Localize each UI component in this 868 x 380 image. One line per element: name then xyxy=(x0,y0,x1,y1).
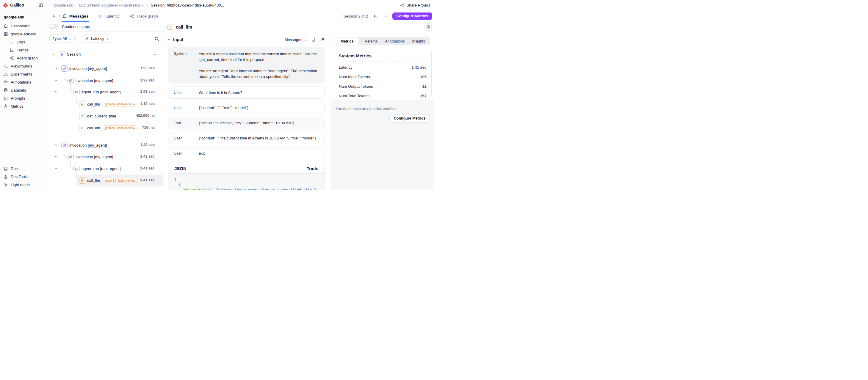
sidebar-item-playgrounds[interactable]: Playgrounds xyxy=(0,62,46,70)
chevron-down-icon[interactable] xyxy=(167,38,171,41)
llm-icon xyxy=(79,125,85,131)
sidebar-item-dashboard[interactable]: Dashboard xyxy=(0,22,46,30)
configure-metrics-secondary-button[interactable]: Configure Metrics xyxy=(390,114,430,123)
sidebar-item-log-stream[interactable]: google-adk-log... xyxy=(0,30,46,38)
tab-latency[interactable]: Latency xyxy=(98,10,119,22)
session-pager: Session 2 of 2 xyxy=(343,14,368,19)
tree-row-label: invocation [my_agent] xyxy=(75,155,113,159)
sidebar: Galileo google-adk Dashboard google-adk-… xyxy=(0,0,46,190)
chevron-down-icon[interactable] xyxy=(55,79,58,82)
duration: 1.19 sec xyxy=(140,102,155,106)
condense-steps-label: Condense steps xyxy=(62,24,90,29)
condense-steps-toggle[interactable] xyxy=(50,24,59,29)
breadcrumb-project[interactable]: google-adk xyxy=(54,3,72,7)
sidebar-item-label: Metrics xyxy=(11,104,23,108)
chevron-down-icon[interactable] xyxy=(55,167,58,170)
input-section-title: Input xyxy=(173,37,183,42)
invocation-icon xyxy=(67,77,74,84)
json-title: JSON xyxy=(174,166,187,171)
sidebar-item-light-mode[interactable]: Light mode xyxy=(0,181,46,189)
compass-icon xyxy=(4,104,8,108)
json-corner-label: Tools xyxy=(307,166,318,171)
tab-trace-graph[interactable]: Trace graph xyxy=(130,10,158,22)
back-arrow-icon[interactable] xyxy=(52,14,57,19)
tab-insights[interactable]: Insights xyxy=(407,37,430,45)
sidebar-item-label: Dashboard xyxy=(11,24,30,28)
link-icon[interactable] xyxy=(320,37,324,42)
tab-messages-label: Messages xyxy=(69,14,89,19)
sidebar-item-trends[interactable]: Trends xyxy=(0,46,46,54)
sidebar-header: Galileo xyxy=(0,0,46,10)
sidebar-item-annotations[interactable]: Annotations xyxy=(0,78,46,86)
tab-metrics[interactable]: Metrics xyxy=(335,37,359,45)
metric-value: 185 xyxy=(420,75,427,79)
view-selector-dropdown[interactable]: Messages xyxy=(285,37,307,42)
chevron-down-icon[interactable] xyxy=(52,53,55,56)
agent-run-icon xyxy=(73,166,80,172)
sidebar-item-agent-graph[interactable]: Agent graph xyxy=(0,54,46,62)
detail-title: call_llm xyxy=(176,24,192,29)
tree-row-invocation[interactable]: invocation [my_agent] 1.92 sec xyxy=(46,75,164,86)
tree-row-agent-run[interactable]: agent_run [root_agent] 1.91 sec xyxy=(46,87,164,97)
next-session-arrow-icon[interactable] xyxy=(383,14,388,19)
sort-filter-dropdown[interactable]: Latency xyxy=(82,34,112,43)
configure-metrics-button[interactable]: Configure Metrics xyxy=(392,12,432,20)
tree-row-invocation[interactable]: invocation [my_agent] 1.42 sec xyxy=(46,140,164,150)
share-project-label: Share Project xyxy=(406,3,430,7)
tab-annotations[interactable]: Annotations xyxy=(383,37,407,45)
tree-row-call-llm[interactable]: call_llm gemini-3-flash-preview 716 ms xyxy=(46,123,164,133)
sidebar-item-docs[interactable]: Docs xyxy=(0,165,46,173)
divider xyxy=(46,31,164,32)
tree-row-call-llm[interactable]: call_llm gemini-3-flash-preview 1.19 sec xyxy=(46,99,164,109)
sidebar-collapse-icon[interactable] xyxy=(39,3,43,7)
metrics-panel-tabs: Metrics Params Annotations Insights xyxy=(335,37,430,45)
json-code: [ { "description": "Returns the current … xyxy=(168,173,324,190)
llm-icon xyxy=(167,24,173,30)
message-role: System xyxy=(174,51,199,56)
tab-params[interactable]: Params xyxy=(359,37,383,45)
tree-row-session[interactable]: Session xyxy=(46,49,164,59)
model-badge: gemini-3-flash-preview xyxy=(103,102,137,106)
share-project-button[interactable]: Share Project xyxy=(400,3,430,7)
search-icon[interactable] xyxy=(154,36,159,41)
json-tools-card: JSON Tools [ { "description": "Returns t… xyxy=(168,163,324,190)
session-collapse-dash xyxy=(153,54,157,55)
sidebar-item-dev-tools[interactable]: Dev Tools xyxy=(0,173,46,181)
input-section-header: Input Messages xyxy=(164,32,331,47)
type-filter-label: Type: All xyxy=(53,37,67,41)
message-tool: Tool {"status": "success", "city": "Athe… xyxy=(168,117,324,129)
tree-row-invocation[interactable]: invocation [my_agent] 1.42 sec xyxy=(46,152,164,162)
tree-row-call-llm-selected[interactable]: call_llm gemini-3-flash-preview 1.41 sec xyxy=(46,176,164,186)
sidebar-item-datasets[interactable]: Datasets xyxy=(0,86,46,94)
sidebar-item-metrics[interactable]: Metrics xyxy=(0,102,46,110)
message-content: {"content": "", "role": "model"} xyxy=(199,105,248,110)
type-filter-dropdown[interactable]: Type: All xyxy=(50,34,75,43)
chevron-down-icon[interactable] xyxy=(55,144,58,147)
tree-row-agent-run[interactable]: agent_run [root_agent] 1.41 sec xyxy=(46,163,164,173)
slash-separator: / xyxy=(59,14,60,19)
terminal-icon xyxy=(4,64,8,68)
bar-chart-icon xyxy=(9,48,14,52)
sidebar-item-prompts[interactable]: Prompts xyxy=(0,94,46,102)
tab-messages[interactable]: Messages xyxy=(62,10,89,22)
trace-tree-panel: Condense steps Type: All Latency Session… xyxy=(46,22,164,190)
duration: 1.91 sec xyxy=(140,90,155,94)
panel-right-collapse-icon[interactable] xyxy=(425,24,432,31)
metric-label: Latency xyxy=(339,65,352,70)
system-metrics-card: System Metrics Latency 1.41 sec Num Inpu… xyxy=(334,49,432,98)
previous-session-arrow-icon[interactable] xyxy=(373,14,378,19)
breadcrumb-log-stream[interactable]: Log Stream: google-adk-log-stream xyxy=(79,3,145,7)
tree-row-tool[interactable]: get_current_time 482,000 ns xyxy=(46,111,164,121)
sidebar-item-logs[interactable]: Logs xyxy=(0,38,46,46)
tree-row-label: get_current_time xyxy=(87,114,116,118)
database-icon[interactable] xyxy=(311,37,316,42)
tree-row-invocation[interactable]: invocation [my_agent] 1.92 sec xyxy=(46,63,164,73)
sidebar-item-label: Datasets xyxy=(11,88,26,92)
chevron-down-icon[interactable] xyxy=(55,67,58,70)
select-chevrons-icon xyxy=(69,37,71,40)
model-badge: gemini-3-flash-preview xyxy=(103,125,137,130)
metric-row-total-tokens: Num Total Tokens 267 xyxy=(339,91,427,100)
sidebar-item-experiments[interactable]: Experiments xyxy=(0,70,46,78)
chevron-down-icon[interactable] xyxy=(55,155,58,158)
chevron-down-icon[interactable] xyxy=(55,90,58,93)
